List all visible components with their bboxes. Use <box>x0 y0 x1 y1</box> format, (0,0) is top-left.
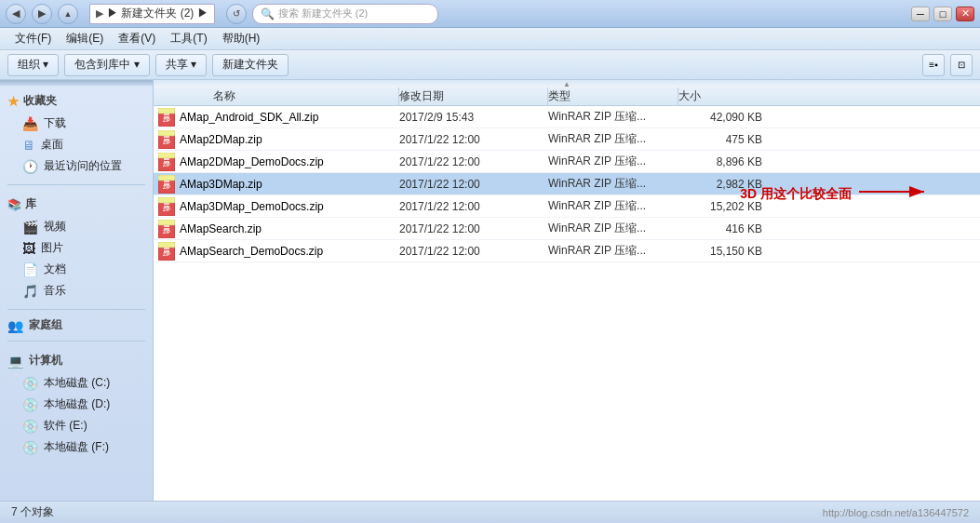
drive-e-icon: 💿 <box>22 419 38 434</box>
sidebar-item-music[interactable]: 🎵 音乐 <box>0 280 153 302</box>
sidebar-item-desktop[interactable]: 🖥 桌面 <box>0 134 153 155</box>
file-name-text: AMap_Android_SDK_All.zip <box>180 111 318 124</box>
sidebar-item-documents[interactable]: 📄 文档 <box>0 259 153 280</box>
up-button[interactable]: ▲ <box>58 4 78 24</box>
file-date-cell: 2017/1/22 12:00 <box>399 155 548 168</box>
file-list-header: 名称 修改日期 类型 大小 <box>154 87 980 106</box>
include-library-button[interactable]: 包含到库中 ▾ <box>64 54 149 76</box>
sidebar-item-recent[interactable]: 🕐 最近访问的位置 <box>0 155 153 177</box>
menu-bar: 文件(F) 编辑(E) 查看(V) 工具(T) 帮助(H) <box>0 28 980 50</box>
address-text: ▶ 新建文件夹 (2) ▶ <box>107 6 208 21</box>
view-toggle-button[interactable]: ≡▪ <box>922 54 945 76</box>
menu-view[interactable]: 查看(V) <box>111 29 163 48</box>
favorites-label: 收藏夹 <box>23 93 57 109</box>
sidebar-drive-c-label: 本地磁盘 (C:) <box>44 375 110 391</box>
file-name-text: AMap2DMap.zip <box>180 133 262 146</box>
sidebar-drive-f-label: 本地磁盘 (F:) <box>44 439 109 455</box>
sidebar-item-video[interactable]: 🎬 视频 <box>0 216 153 237</box>
file-area: ▲ 名称 修改日期 类型 大小 ZIP AMap_Android_SDK_All… <box>154 80 980 501</box>
file-zip-icon: ZIP <box>157 175 176 194</box>
sidebar-computer-header[interactable]: 💻 计算机 <box>0 349 153 372</box>
table-row[interactable]: ZIP AMapSearch_DemoDocs.zip2017/1/22 12:… <box>154 240 980 262</box>
maximize-button[interactable]: □ <box>933 7 952 21</box>
col-type-label: 类型 <box>548 88 571 104</box>
refresh-button[interactable]: ↺ <box>226 4 247 24</box>
address-bar[interactable]: ▶ ▶ 新建文件夹 (2) ▶ <box>89 4 215 24</box>
sidebar-divider-2 <box>7 309 145 310</box>
file-size-cell: 15,150 KB <box>678 245 772 258</box>
file-size-cell: 475 KB <box>678 133 772 146</box>
sidebar-computer-section: 💻 计算机 💿 本地磁盘 (C:) 💿 本地磁盘 (D:) 💿 软件 (E:) … <box>0 345 153 462</box>
computer-label: 计算机 <box>29 353 62 369</box>
new-folder-button[interactable]: 新建文件夹 <box>212 54 289 76</box>
col-name-header[interactable]: 名称 <box>157 87 399 105</box>
svg-rect-21 <box>158 197 175 203</box>
sidebar-item-download[interactable]: 📥 下载 <box>0 113 153 134</box>
forward-button[interactable]: ▶ <box>32 4 52 24</box>
sidebar-item-drive-f[interactable]: 💿 本地磁盘 (F:) <box>0 436 153 458</box>
file-name-text: AMap3DMap.zip <box>180 178 262 191</box>
download-icon: 📥 <box>22 116 38 131</box>
sidebar-favorites-header[interactable]: ★ 收藏夹 <box>0 89 153 113</box>
back-button[interactable]: ◀ <box>6 4 26 24</box>
file-name-cell: ZIP AMap3DMap.zip <box>157 175 399 194</box>
menu-tools[interactable]: 工具(T) <box>163 29 214 48</box>
menu-edit[interactable]: 编辑(E) <box>59 29 111 48</box>
minimize-button[interactable]: ─ <box>911 7 930 21</box>
annotation: 3D 用这个比较全面 <box>740 181 933 208</box>
col-date-header[interactable]: 修改日期 <box>399 87 548 105</box>
toolbar: 组织 ▾ 包含到库中 ▾ 共享 ▾ 新建文件夹 ≡▪ ⊡ <box>0 50 980 80</box>
video-icon: 🎬 <box>22 220 38 235</box>
file-date-cell: 2017/1/22 12:00 <box>399 222 548 235</box>
sidebar-desktop-label: 桌面 <box>41 137 63 153</box>
organize-button[interactable]: 组织 ▾ <box>7 54 59 76</box>
sidebar-divider-1 <box>7 184 145 185</box>
sidebar-item-drive-d[interactable]: 💿 本地磁盘 (D:) <box>0 394 153 415</box>
table-row[interactable]: ZIP AMap_Android_SDK_All.zip2017/2/9 15:… <box>154 106 980 128</box>
sidebar-item-pictures[interactable]: 🖼 图片 <box>0 237 153 259</box>
file-name-text: AMap2DMap_DemoDocs.zip <box>180 155 324 168</box>
file-name-cell: ZIP AMap_Android_SDK_All.zip <box>157 108 399 127</box>
file-type-cell: WinRAR ZIP 压缩... <box>548 198 678 214</box>
window-controls: ─ □ ✕ <box>911 7 974 21</box>
file-date-cell: 2017/2/9 15:43 <box>399 111 548 124</box>
title-bar-left: ◀ ▶ ▲ ▶ ▶ 新建文件夹 (2) ▶ ↺ 🔍 搜索 新建文件夹 (2) <box>6 4 438 24</box>
file-zip-icon: ZIP <box>157 108 176 127</box>
pictures-icon: 🖼 <box>22 241 35 256</box>
sidebar-library-header[interactable]: 📚 库 <box>0 193 153 216</box>
table-row[interactable]: ZIP AMap2DMap_DemoDocs.zip2017/1/22 12:0… <box>154 151 980 173</box>
table-row[interactable]: ZIP AMapSearch.zip2017/1/22 12:00WinRAR … <box>154 218 980 240</box>
computer-icon: 💻 <box>7 354 23 369</box>
sidebar-item-drive-c[interactable]: 💿 本地磁盘 (C:) <box>0 372 153 394</box>
sidebar-video-label: 视频 <box>44 219 66 235</box>
table-row[interactable]: ZIP AMap2DMap.zip2017/1/22 12:00WinRAR Z… <box>154 128 980 151</box>
search-placeholder: 搜索 新建文件夹 (2) <box>278 7 369 20</box>
file-name-cell: ZIP AMapSearch.zip <box>157 220 399 238</box>
file-name-cell: ZIP AMap3DMap_DemoDocs.zip <box>157 197 399 216</box>
sidebar-homegroup-section[interactable]: 👥 家庭组 <box>0 314 153 337</box>
sidebar-recent-label: 最近访问的位置 <box>44 158 122 174</box>
col-size-header[interactable]: 大小 <box>678 87 772 105</box>
file-name-text: AMapSearch_DemoDocs.zip <box>180 245 323 258</box>
sidebar-documents-label: 文档 <box>44 262 66 277</box>
search-bar[interactable]: 🔍 搜索 新建文件夹 (2) <box>252 4 438 24</box>
col-type-header[interactable]: 类型 <box>548 87 678 105</box>
file-name-cell: ZIP AMap2DMap.zip <box>157 130 399 149</box>
col-name-label: 名称 <box>213 88 235 104</box>
svg-rect-6 <box>158 130 175 136</box>
sidebar-item-drive-e[interactable]: 💿 软件 (E:) <box>0 415 153 436</box>
drive-f-icon: 💿 <box>22 440 38 455</box>
menu-help[interactable]: 帮助(H) <box>215 29 268 48</box>
file-zip-icon: ZIP <box>157 153 176 171</box>
view-pane-button[interactable]: ⊡ <box>950 54 973 76</box>
file-date-cell: 2017/1/22 12:00 <box>399 178 548 191</box>
close-button[interactable]: ✕ <box>956 7 974 21</box>
homegroup-icon: 👥 <box>7 318 23 333</box>
file-size-cell: 42,090 KB <box>678 111 772 124</box>
toolbar-right: ≡▪ ⊡ <box>922 54 973 76</box>
share-button[interactable]: 共享 ▾ <box>155 54 207 76</box>
file-zip-icon: ZIP <box>157 220 176 238</box>
main-area: ★ 收藏夹 📥 下载 🖥 桌面 🕐 最近访问的位置 📚 库 <box>0 80 980 501</box>
status-bar: 7 个对象 http://blog.csdn.net/a136447572 <box>0 501 980 523</box>
menu-file[interactable]: 文件(F) <box>7 29 59 48</box>
